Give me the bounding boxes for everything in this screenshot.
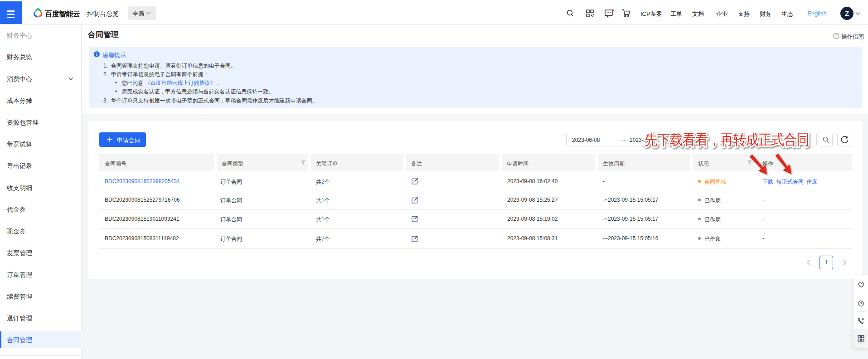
svg-text:?: ? <box>835 34 837 38</box>
svg-text:?: ? <box>860 301 862 306</box>
svg-text:先下载看看，再转成正式合同: 先下载看看，再转成正式合同 <box>645 131 809 147</box>
